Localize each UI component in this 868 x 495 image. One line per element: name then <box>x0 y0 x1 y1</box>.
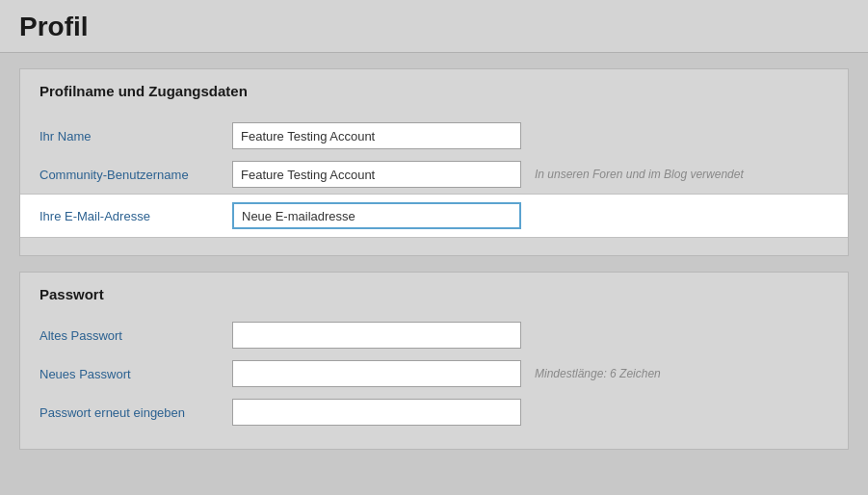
page-header: Profil <box>0 0 868 53</box>
email-row: Ihre E-Mail-Adresse <box>20 194 848 238</box>
username-row: Community-Benutzername In unseren Foren … <box>39 155 829 194</box>
page-content: Profilname und Zugangsdaten Ihr Name Com… <box>0 53 868 481</box>
new-password-hint: Mindestlänge: 6 Zeichen <box>535 367 661 380</box>
profile-section-title: Profilname und Zugangsdaten <box>39 83 829 103</box>
old-password-input[interactable] <box>232 322 521 349</box>
password-section-title: Passwort <box>39 286 829 306</box>
confirm-password-input[interactable] <box>232 399 521 426</box>
username-input[interactable] <box>232 161 521 188</box>
confirm-password-label: Passwort erneut eingeben <box>39 405 232 420</box>
username-label: Community-Benutzername <box>39 168 232 182</box>
name-input[interactable] <box>232 122 521 149</box>
name-label: Ihr Name <box>39 129 232 143</box>
username-hint: In unseren Foren und im Blog verwendet <box>535 168 744 181</box>
old-password-label: Altes Passwort <box>39 328 232 343</box>
email-label: Ihre E-Mail-Adresse <box>39 209 232 223</box>
email-input[interactable] <box>232 202 521 229</box>
page-title: Profil <box>19 12 849 42</box>
password-section: Passwort Altes Passwort Neues Passwort M… <box>19 272 849 450</box>
old-password-row: Altes Passwort <box>39 316 829 354</box>
confirm-password-row: Passwort erneut eingeben <box>39 393 829 431</box>
name-row: Ihr Name <box>39 117 829 155</box>
new-password-input[interactable] <box>232 360 521 387</box>
new-password-row: Neues Passwort Mindestlänge: 6 Zeichen <box>39 354 829 393</box>
profile-section: Profilname und Zugangsdaten Ihr Name Com… <box>19 68 849 256</box>
new-password-label: Neues Passwort <box>39 367 232 381</box>
